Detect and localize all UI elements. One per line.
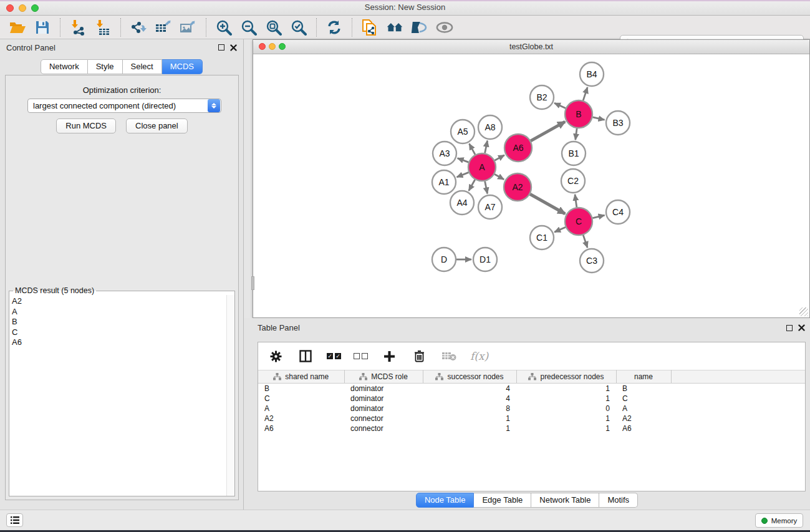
graph-edge-A-A8[interactable]: [485, 141, 488, 153]
tab-select[interactable]: Select: [123, 59, 162, 74]
graph-edge-B-B1[interactable]: [576, 128, 577, 140]
tab-style[interactable]: Style: [88, 59, 123, 74]
show-graphics-details-icon[interactable]: [411, 19, 428, 36]
delete-column-trash-icon[interactable]: [410, 347, 428, 365]
close-panel-icon[interactable]: [230, 44, 237, 51]
first-neighbors-icon[interactable]: [386, 19, 403, 36]
apply-layout-icon[interactable]: [325, 19, 343, 36]
graph-node-A3[interactable]: A3: [433, 142, 456, 165]
graph-edge-A-A4[interactable]: [469, 180, 475, 191]
column-header-name[interactable]: name: [616, 370, 671, 384]
zoom-in-icon[interactable]: [215, 19, 233, 36]
graph-node-A8[interactable]: A8: [478, 115, 502, 139]
export-network-icon[interactable]: [130, 19, 147, 36]
column-header-MCDS-role[interactable]: MCDS role: [344, 370, 423, 384]
criterion-select[interactable]: largest connected component (directed): [27, 99, 221, 113]
table-cell[interactable]: B: [258, 384, 344, 394]
result-item[interactable]: A: [12, 307, 224, 317]
graph-edge-C-C2[interactable]: [575, 195, 577, 207]
network-close-icon[interactable]: [259, 43, 266, 50]
graph-edge-C-C4[interactable]: [592, 215, 604, 218]
graph-node-A6[interactable]: A6: [504, 134, 532, 162]
table-cell[interactable]: C: [616, 394, 671, 404]
table-cell[interactable]: dominator: [344, 394, 423, 404]
close-window-icon[interactable]: [6, 4, 14, 12]
table-cell[interactable]: connector: [344, 423, 423, 433]
network-canvas[interactable]: B4B2BB3A5A8A6A3B1AA1C2A2A4A7CC4C1C3DD1: [253, 54, 809, 317]
graph-edge-A-A1[interactable]: [456, 172, 468, 177]
table-cell[interactable]: 1: [516, 414, 616, 423]
minimize-window-icon[interactable]: [19, 4, 26, 12]
column-header-shared-name[interactable]: shared name: [258, 370, 344, 384]
graph-edge-A-A6[interactable]: [494, 155, 504, 160]
zoom-window-icon[interactable]: [31, 4, 39, 12]
result-scrollbar[interactable]: [226, 295, 234, 496]
graph-node-C[interactable]: C: [565, 208, 592, 235]
table-settings-gear-icon[interactable]: [267, 347, 284, 365]
graph-node-C1[interactable]: C1: [530, 226, 554, 249]
save-session-icon[interactable]: [34, 19, 51, 36]
column-visibility-icon[interactable]: [297, 347, 314, 365]
graph-edge-B-B4[interactable]: [583, 87, 587, 100]
tab-node-table[interactable]: Node Table: [416, 493, 475, 508]
zoom-fit-icon[interactable]: [265, 19, 282, 36]
zoom-out-icon[interactable]: [240, 19, 258, 36]
table-cell[interactable]: B: [616, 384, 671, 394]
vertical-divider-grip[interactable]: [251, 276, 254, 290]
table-cell[interactable]: dominator: [344, 384, 423, 394]
table-cell[interactable]: dominator: [344, 404, 423, 414]
import-table-icon[interactable]: [94, 19, 112, 36]
graph-node-A7[interactable]: A7: [478, 195, 502, 219]
table-cell[interactable]: 1: [423, 423, 516, 433]
graph-edge-A-A2[interactable]: [494, 174, 504, 180]
graph-node-C3[interactable]: C3: [580, 249, 604, 273]
graph-node-C2[interactable]: C2: [561, 169, 585, 193]
delete-table-icon[interactable]: [440, 347, 458, 365]
graph-edge-A2-C[interactable]: [530, 194, 565, 214]
add-column-icon[interactable]: [380, 347, 398, 365]
table-row[interactable]: A6connector11A6: [258, 423, 805, 433]
function-builder-icon[interactable]: f(x): [470, 350, 488, 362]
graph-node-A2[interactable]: A2: [504, 173, 531, 201]
tab-mcds[interactable]: MCDS: [162, 59, 203, 74]
open-file-icon[interactable]: [9, 19, 26, 36]
tab-network[interactable]: Network: [41, 59, 88, 74]
graph-edge-C-C3[interactable]: [583, 235, 587, 248]
close-table-panel-icon[interactable]: [798, 324, 805, 331]
tab-network-table[interactable]: Network Table: [531, 493, 599, 508]
mcds-result-list[interactable]: A2ABCA6: [9, 295, 226, 496]
table-cell[interactable]: A2: [258, 414, 344, 423]
graph-node-A5[interactable]: A5: [451, 120, 475, 143]
network-window-titlebar[interactable]: testGlobe.txt: [253, 40, 809, 54]
close-panel-button[interactable]: Close panel: [126, 118, 188, 133]
graph-node-B3[interactable]: B3: [606, 111, 630, 135]
export-image-icon[interactable]: [180, 19, 197, 36]
graph-node-B2[interactable]: B2: [530, 85, 554, 109]
column-header-predecessor-nodes[interactable]: predecessor nodes: [516, 370, 616, 384]
column-header-successor-nodes[interactable]: successor nodes: [423, 370, 516, 384]
deselect-all-icon[interactable]: [354, 347, 368, 365]
window-resize-grip[interactable]: [799, 307, 808, 316]
graph-edge-A6-B[interactable]: [531, 122, 565, 141]
graph-edge-A-A7[interactable]: [485, 181, 488, 194]
graph-edge-B-B2[interactable]: [554, 103, 566, 108]
table-cell[interactable]: 1: [516, 384, 616, 394]
table-row[interactable]: Adominator80A: [258, 404, 805, 414]
table-row[interactable]: Bdominator41B: [258, 384, 805, 394]
graph-node-B1[interactable]: B1: [562, 142, 586, 165]
table-cell[interactable]: 4: [423, 384, 516, 394]
table-cell[interactable]: A2: [616, 414, 671, 423]
new-network-from-selection-icon[interactable]: [361, 19, 378, 36]
result-item[interactable]: C: [12, 327, 224, 338]
table-cell[interactable]: 8: [423, 404, 516, 414]
table-cell[interactable]: 4: [423, 394, 516, 404]
run-mcds-button[interactable]: Run MCDS: [56, 118, 116, 133]
float-panel-icon[interactable]: [218, 44, 224, 51]
table-cell[interactable]: connector: [344, 414, 423, 423]
show-hide-eye-icon[interactable]: [436, 19, 453, 36]
graph-edge-B-B3[interactable]: [592, 117, 604, 120]
table-row[interactable]: A2connector11A2: [258, 414, 805, 423]
tab-motifs[interactable]: Motifs: [599, 493, 638, 508]
tab-edge-table[interactable]: Edge Table: [474, 493, 531, 508]
network-minimize-icon[interactable]: [269, 43, 276, 50]
